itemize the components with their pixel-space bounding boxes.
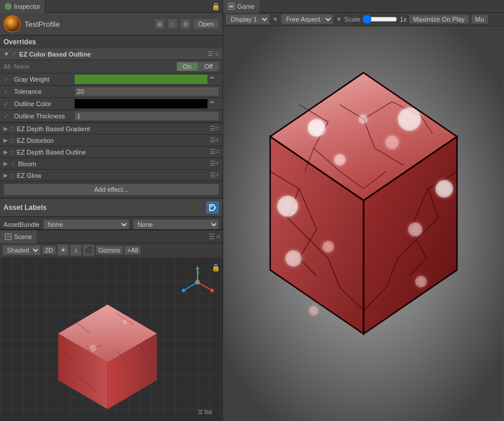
tab-inspector[interactable]: Inspector <box>0 0 45 13</box>
inspector-tab-label: Inspector <box>14 3 40 10</box>
all-button[interactable]: +All <box>124 245 141 255</box>
outline-thickness-check-icon: ✓ <box>3 113 12 120</box>
aspect-select[interactable]: Free Aspect <box>281 14 333 24</box>
ez-depth-gradient-row[interactable]: ▶ □ EZ Depth Based Gradient ☰= <box>0 123 223 135</box>
tolerance-row: ✓ Tolerance 20 <box>0 86 223 98</box>
aspect-arrow-icon: ▼ <box>336 16 342 23</box>
overrides-header: Overrides <box>0 36 223 48</box>
gizmos-button[interactable]: Gizmos <box>96 245 123 255</box>
shaded-select[interactable]: Shaded <box>2 245 41 255</box>
svg-marker-19 <box>196 266 199 269</box>
add-effect-row: Add effect... <box>0 181 223 198</box>
bloom-row[interactable]: ▶ ✓ Bloom ☰= <box>0 158 223 170</box>
audio-icon-btn[interactable]: ♪ <box>70 244 82 256</box>
inspector-tab-icon <box>5 3 12 10</box>
svg-rect-27 <box>230 5 233 8</box>
scale-slider[interactable] <box>362 15 397 24</box>
eyedrop-icon[interactable]: ✏ <box>210 75 219 84</box>
overrides-title: Overrides <box>3 38 36 46</box>
asset-bundle-select-2[interactable]: None <box>133 219 219 229</box>
asset-bundle-row: AssetBundle None None <box>0 217 223 229</box>
grid-icon-btn[interactable]: ⊞ <box>154 19 165 29</box>
depth-gradient-check-icon: □ <box>10 125 15 132</box>
scene-viewport: Y ☰ Iso 🔒 <box>0 258 223 421</box>
ez-glow-row[interactable]: ▶ □ EZ Glow ☰= <box>0 170 223 181</box>
tab-game[interactable]: Game <box>223 0 259 13</box>
lock-icon[interactable]: 🔒 <box>212 2 220 10</box>
outline-thickness-value: 1 <box>75 111 219 121</box>
open-button[interactable]: Open <box>193 19 219 29</box>
on-off-toggle: On Off <box>177 62 219 71</box>
arrow-icon-btn[interactable]: ↕ <box>167 19 178 29</box>
maximize-on-play-button[interactable]: Maximize On Play <box>409 15 469 24</box>
scene-lock-icon[interactable]: 🔒 <box>212 264 220 272</box>
gear-icon-btn[interactable]: ⚙ <box>180 19 191 29</box>
asset-bundle-select-1[interactable]: None <box>43 219 129 229</box>
display-select[interactable]: Display 1 <box>225 14 270 24</box>
svg-point-22 <box>210 289 214 292</box>
game-cube-svg <box>223 26 504 421</box>
svg-point-71 <box>286 250 302 266</box>
ez-color-check-icon: ✓ <box>12 50 17 58</box>
svg-point-24 <box>182 289 185 292</box>
game-tab-label: Game <box>237 3 255 10</box>
game-viewport <box>223 26 504 421</box>
depth-gradient-expand-icon: ▶ <box>3 125 8 132</box>
profile-sphere-icon <box>3 15 21 33</box>
outline-color-bar[interactable] <box>75 99 207 108</box>
outline-thickness-row: ✓ Outline Thickness 1 <box>0 110 223 122</box>
on-button[interactable]: On <box>177 62 198 71</box>
outline-thickness-label: Outline Thickness <box>14 113 72 120</box>
svg-text:Y: Y <box>196 271 200 276</box>
svg-point-1 <box>211 206 212 207</box>
ez-color-outline-title: EZ Color Based Outline <box>19 51 205 58</box>
effect-dots-icon[interactable]: = <box>216 51 219 58</box>
tolerance-label: Tolerance <box>14 88 72 95</box>
game-tab-bar: Game <box>223 0 504 13</box>
glow-menu-icon[interactable]: ☰= <box>210 171 219 179</box>
distortion-label: EZ Distortion <box>17 137 207 144</box>
svg-point-74 <box>415 276 427 287</box>
effect-menu-icon[interactable]: ☰ <box>207 50 213 58</box>
scale-label: Scale <box>344 16 361 23</box>
mute-button[interactable]: Mu <box>471 15 488 24</box>
outline-color-label: Outline Color <box>14 100 72 107</box>
ez-distortion-row[interactable]: ▶ □ EZ Distortion ☰= <box>0 135 223 146</box>
add-effect-button[interactable]: Add effect... <box>3 184 219 195</box>
ez-color-outline-title-row[interactable]: ▼ ✓ EZ Color Based Outline ☰ = <box>0 48 223 60</box>
outline-eyedrop-icon[interactable]: ✏ <box>210 99 219 108</box>
svg-point-67 <box>277 196 298 217</box>
gray-weight-check-icon: ✓ <box>3 76 12 83</box>
overrides-section: Overrides ▼ ✓ EZ Color Based Outline ☰ =… <box>0 36 223 198</box>
all-label[interactable]: All <box>3 63 10 70</box>
outline-thickness-input[interactable]: 1 <box>75 111 219 121</box>
all-none-row: All None On Off <box>0 60 223 73</box>
scene-panel-menu-icon[interactable]: ☰ <box>209 233 215 241</box>
outline-color-row: ✓ Outline Color ✏ <box>0 98 223 110</box>
depth-outline-menu-icon[interactable]: ☰= <box>210 148 219 156</box>
profile-icon-inner <box>3 15 21 33</box>
tolerance-input[interactable]: 20 <box>75 87 219 96</box>
asset-labels-icon-button[interactable] <box>206 201 219 214</box>
tab-scene[interactable]: Scene <box>0 230 37 243</box>
outline-color-check-icon: ✓ <box>3 100 12 108</box>
scene-toolbar: Shaded 2D ☀ ♪ ⬛ Gizmos +All <box>0 243 223 258</box>
image-icon-btn[interactable]: ⬛ <box>83 244 94 256</box>
off-button[interactable]: Off <box>198 62 219 71</box>
gray-weight-bar[interactable] <box>75 75 207 84</box>
profile-name: TestProfile <box>24 20 151 29</box>
none-label[interactable]: None <box>14 63 29 70</box>
svg-point-65 <box>334 154 346 166</box>
gray-weight-value: ✏ <box>75 75 219 84</box>
sun-icon-btn[interactable]: ☀ <box>57 244 69 256</box>
profile-header: TestProfile ⊞ ↕ ⚙ Open <box>0 13 223 36</box>
bloom-menu-icon[interactable]: ☰= <box>210 160 219 167</box>
2d-button[interactable]: 2D <box>42 245 56 255</box>
depth-gradient-label: EZ Depth Based Gradient <box>17 125 207 132</box>
scene-panel-dots-icon[interactable]: = <box>216 233 220 241</box>
svg-point-69 <box>435 180 453 198</box>
depth-gradient-menu-icon[interactable]: ☰= <box>210 125 219 132</box>
ez-depth-outline-row[interactable]: ▶ □ EZ Depth Based Outline ☰= <box>0 146 223 158</box>
inspector-tab-bar: Inspector 🔒 <box>0 0 223 13</box>
distortion-menu-icon[interactable]: ☰= <box>210 136 219 144</box>
